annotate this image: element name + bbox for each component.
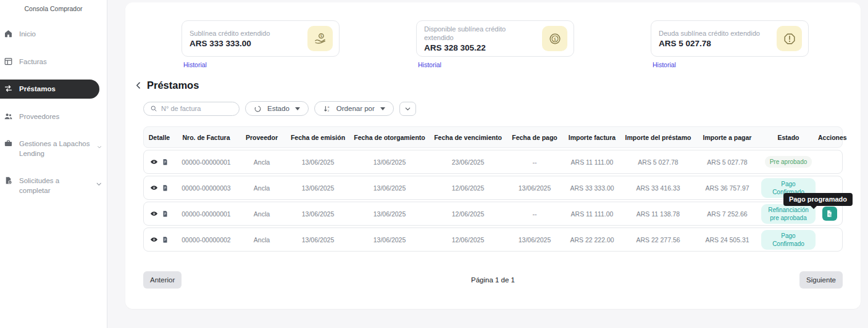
payable-amount: ARS 5 027.78 [695, 157, 760, 167]
tooltip-pago-programado: Pago programado [783, 193, 853, 206]
loans-icon [4, 84, 13, 93]
grant-date: 13/06/2025 [350, 235, 429, 245]
header-fecha-emision: Fecha de emisión [286, 134, 350, 141]
estado-filter-button[interactable]: Estado [245, 101, 309, 116]
caret-down-icon [380, 107, 385, 110]
document-icon[interactable] [162, 158, 169, 166]
loan-amount: ARS 33 416.33 [622, 183, 695, 193]
page-title: Préstamos [147, 80, 199, 91]
historial-link[interactable]: Historial [653, 61, 676, 68]
sidebar-item-label: Facturas [19, 57, 47, 67]
due-date: 23/06/2025 [429, 157, 507, 167]
invoice-number: 00000-00000003 [175, 183, 238, 193]
sidebar-item-label: Préstamos [19, 84, 56, 94]
briefcase-icon [4, 139, 13, 148]
header-importe-pagar: Importe a pagar [695, 134, 760, 141]
invoices-icon [4, 57, 13, 66]
sidebar-item-solicitudes[interactable]: Solicitudes a completar [0, 171, 107, 200]
content-card: Sublínea crédito extendido ARS 333 333.0… [125, 2, 861, 309]
loan-amount: ARS 22 277.56 [622, 235, 695, 245]
sidebar-item-facturas[interactable]: Facturas [0, 52, 107, 72]
issue-date: 13/06/2025 [286, 235, 350, 245]
view-detail-icon[interactable] [150, 210, 158, 218]
expand-filters-button[interactable] [399, 102, 416, 116]
invoice-search[interactable] [143, 102, 240, 116]
grant-date: 13/06/2025 [350, 183, 429, 193]
table-row: 00000-00000003 Ancla 13/06/2025 13/06/20… [143, 176, 843, 200]
view-detail-icon[interactable] [150, 236, 158, 244]
sidebar-item-proveedores[interactable]: Proveedores [0, 107, 107, 126]
payable-amount: ARS 24 505.31 [695, 235, 760, 245]
sidebar-item-label: Proveedores [19, 112, 59, 122]
chevron-left-icon[interactable] [134, 81, 143, 90]
header-importe-prestamo: Importe del préstamo [622, 134, 695, 141]
chevron-down-icon [404, 105, 411, 112]
card-amount: ARS 328 305.22 [424, 43, 526, 52]
svg-text:$: $ [320, 33, 322, 38]
table-row: 00000-00000002 Ancla 13/06/2025 13/06/20… [143, 228, 843, 252]
ordenar-por-button[interactable]: az Ordenar por [314, 101, 394, 116]
grant-date: 13/06/2025 [350, 157, 429, 167]
due-date: 12/06/2025 [429, 235, 507, 245]
invoice-amount: ARS 11 111.00 [562, 209, 622, 219]
credit-line-card: Sublínea crédito extendido ARS 333 333.0… [182, 20, 340, 70]
payable-amount: ARS 36 757.97 [695, 183, 760, 193]
status-badge: Pre aprobado [765, 156, 812, 168]
card-label: Deuda sublínea crédito extendido [659, 29, 760, 38]
card-label: Sublínea crédito extendido [190, 29, 270, 38]
invoice-amount: ARS 33 333.00 [562, 183, 622, 193]
card-label: Disponible sublínea crédito extendido [424, 25, 526, 43]
requests-icon [4, 176, 13, 185]
provider: Ancla [238, 209, 286, 219]
coin-icon: $ [542, 26, 567, 51]
historial-link[interactable]: Historial [183, 61, 207, 68]
svg-text:z: z [328, 109, 330, 112]
table-row: 00000-00000001 Ancla 13/06/2025 13/06/20… [143, 202, 843, 226]
provider: Ancla [238, 183, 286, 193]
sidebar-item-prestamos[interactable]: Préstamos [0, 80, 99, 99]
schedule-payment-button[interactable] [822, 207, 837, 221]
payment-date: -- [507, 209, 562, 219]
app-title: Consola Comprador [0, 5, 107, 12]
ordenar-por-label: Ordenar por [336, 105, 375, 112]
home-icon [4, 29, 13, 38]
hand-coin-icon: $ [307, 26, 333, 51]
sidebar: Consola Comprador Inicio Facturas Présta… [0, 0, 107, 328]
summary-cards: Sublínea crédito extendido ARS 333 333.0… [125, 2, 861, 70]
search-icon [150, 105, 157, 112]
header-estado: Estado [760, 134, 817, 141]
status-circle-icon [254, 105, 262, 113]
view-detail-icon[interactable] [150, 158, 158, 166]
search-input[interactable] [161, 105, 233, 112]
invoice-number: 00000-00000001 [175, 209, 238, 219]
document-icon[interactable] [162, 236, 169, 244]
view-detail-icon[interactable] [150, 184, 158, 192]
alert-icon [777, 26, 802, 51]
document-icon[interactable] [162, 210, 169, 218]
grant-date: 13/06/2025 [350, 209, 429, 219]
sort-icon: az [323, 105, 331, 113]
payment-date: -- [507, 157, 562, 167]
status-badge: Refinanciación pre aprobada [761, 204, 816, 224]
sidebar-item-gestiones[interactable]: Gestiones a Lapachos Lending [0, 134, 107, 163]
invoice-amount: ARS 11 111.00 [562, 157, 622, 167]
page-info: Página 1 de 1 [471, 276, 515, 284]
previous-page-button[interactable]: Anterior [143, 271, 182, 289]
payment-date: 13/06/2025 [507, 235, 562, 245]
document-icon[interactable] [162, 184, 169, 192]
header-nro-factura: Nro. de Factura [175, 134, 238, 141]
sidebar-item-inicio[interactable]: Inicio [0, 25, 107, 44]
issue-date: 13/06/2025 [286, 183, 350, 193]
issue-date: 13/06/2025 [286, 209, 350, 219]
historial-link[interactable]: Historial [418, 61, 441, 68]
loans-table: Detalle Nro. de Factura Proveedor Fecha … [143, 126, 843, 252]
loan-amount: ARS 11 138.78 [622, 209, 695, 219]
table-row: 00000-00000001 Ancla 13/06/2025 13/06/20… [143, 150, 843, 174]
debt-card: Deuda sublínea crédito extendido ARS 5 0… [651, 20, 809, 70]
sidebar-item-label: Inicio [19, 29, 36, 39]
main-area: Sublínea crédito extendido ARS 333 333.0… [107, 0, 868, 328]
next-page-button[interactable]: Siguiente [799, 271, 843, 289]
pagination: Anterior Página 1 de 1 Siguiente [143, 271, 843, 289]
due-date: 12/06/2025 [429, 183, 507, 193]
payment-date: 13/06/2025 [507, 183, 562, 193]
